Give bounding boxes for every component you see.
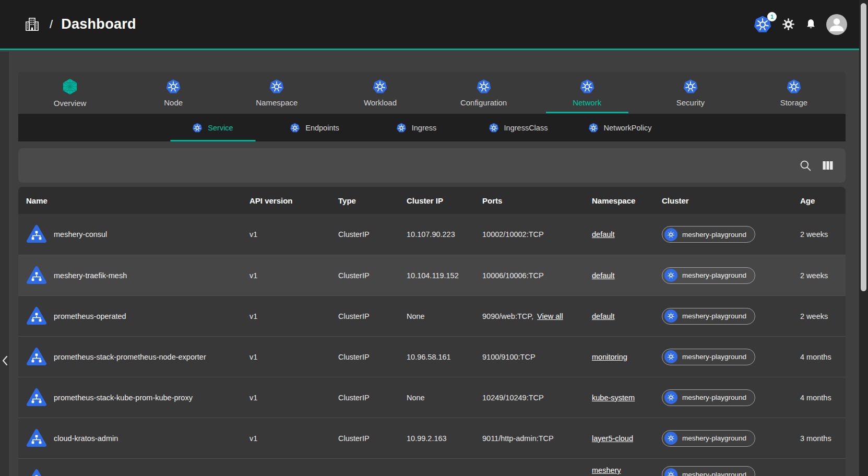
chevron-left-icon[interactable] bbox=[1, 353, 9, 368]
tab-node[interactable]: Node bbox=[122, 72, 225, 114]
cluster-cell: meshery-playground bbox=[662, 430, 800, 447]
age-cell bbox=[800, 459, 846, 466]
age-cell: 3 months bbox=[800, 434, 846, 443]
table-row[interactable]: meshery meshery-playground bbox=[18, 458, 846, 476]
table-row[interactable]: prometheus-stack-prometheus-node-exporte… bbox=[18, 336, 846, 377]
cluster-name: meshery-playground bbox=[682, 353, 746, 361]
page-title: Dashboard bbox=[61, 16, 136, 32]
namespace-link[interactable]: default bbox=[592, 312, 615, 320]
api-version-cell: v1 bbox=[249, 312, 338, 320]
column-header[interactable]: Namespace bbox=[592, 196, 662, 205]
kubernetes-icon bbox=[476, 79, 492, 94]
ports-value: 9011/http-admin:TCP bbox=[482, 434, 554, 443]
name-cell: prometheus-stack-prometheus-node-exporte… bbox=[26, 347, 249, 367]
view-all-link[interactable]: View all bbox=[537, 312, 563, 320]
service-icon bbox=[26, 224, 47, 245]
cluster-cell: meshery-playground bbox=[662, 308, 800, 325]
namespace-link[interactable]: default bbox=[592, 230, 615, 239]
ports-cell: 10006/10006:TCP bbox=[482, 271, 592, 280]
kubernetes-context-button[interactable]: 1 bbox=[753, 15, 772, 34]
table-header-row: NameAPI versionTypeCluster IPPortsNamesp… bbox=[18, 187, 846, 214]
column-header[interactable]: Cluster bbox=[662, 196, 800, 205]
tab-label: Network bbox=[573, 98, 601, 107]
ports-cell: 9011/http-admin:TCP bbox=[482, 434, 592, 443]
cluster-name: meshery-playground bbox=[682, 471, 746, 476]
user-avatar[interactable] bbox=[826, 14, 847, 35]
namespace-cell: kube-system bbox=[592, 394, 662, 402]
column-header[interactable]: Cluster IP bbox=[407, 196, 482, 205]
tab-security[interactable]: Security bbox=[639, 72, 742, 114]
cluster-chip[interactable]: meshery-playground bbox=[662, 349, 755, 365]
age-cell: 4 months bbox=[800, 353, 846, 361]
tab-label: Security bbox=[676, 98, 705, 107]
service-icon bbox=[26, 468, 47, 476]
view-columns-icon[interactable] bbox=[822, 159, 834, 172]
ports-value: 9090/web:TCP, bbox=[482, 312, 533, 320]
cluster-name: meshery-playground bbox=[682, 312, 746, 320]
kubernetes-icon bbox=[664, 432, 677, 445]
cluster-cell: meshery-playground bbox=[662, 389, 800, 406]
subtab-label: Service bbox=[208, 124, 233, 132]
column-header[interactable]: API version bbox=[249, 196, 338, 205]
tab-label: Configuration bbox=[460, 98, 507, 107]
cluster-chip[interactable]: meshery-playground bbox=[662, 466, 755, 476]
tab-network[interactable]: Network bbox=[536, 72, 639, 114]
namespace-link[interactable]: default bbox=[592, 271, 615, 280]
subtab-networkpolicy[interactable]: NetworkPolicy bbox=[569, 114, 671, 141]
table-row[interactable]: prometheus-stack-kube-prom-kube-proxy v1… bbox=[18, 377, 846, 418]
cluster-chip[interactable]: meshery-playground bbox=[662, 267, 755, 284]
cluster-ip-cell: 10.99.2.163 bbox=[407, 434, 482, 443]
kubernetes-icon bbox=[579, 79, 595, 94]
ports-value: 9100/9100:TCP bbox=[482, 353, 536, 361]
subtab-label: IngressClass bbox=[504, 124, 548, 132]
table-row[interactable]: prometheus-operated v1 ClusterIP None 90… bbox=[18, 295, 846, 336]
namespace-link[interactable]: monitoring bbox=[592, 353, 627, 361]
type-cell: ClusterIP bbox=[338, 434, 407, 443]
cluster-chip[interactable]: meshery-playground bbox=[662, 430, 755, 447]
column-header[interactable]: Age bbox=[800, 196, 846, 205]
settings-gear-icon[interactable] bbox=[781, 17, 795, 31]
context-count-badge: 1 bbox=[767, 12, 777, 21]
tab-label: Namespace bbox=[256, 98, 298, 107]
column-header[interactable]: Name bbox=[26, 196, 249, 205]
name-cell: meshery-consul bbox=[26, 224, 249, 245]
cluster-chip[interactable]: meshery-playground bbox=[662, 389, 755, 406]
page-scrollbar-thumb[interactable] bbox=[861, 3, 866, 291]
name-cell bbox=[26, 459, 249, 476]
namespace-link[interactable]: kube-system bbox=[592, 394, 635, 402]
tab-storage[interactable]: Storage bbox=[742, 72, 846, 114]
subtab-service[interactable]: Service bbox=[162, 114, 264, 141]
kubernetes-icon bbox=[165, 79, 181, 94]
column-header[interactable]: Type bbox=[338, 196, 407, 205]
services-table: NameAPI versionTypeCluster IPPortsNamesp… bbox=[18, 187, 846, 476]
column-header[interactable]: Ports bbox=[482, 196, 592, 205]
subtab-label: Endpoints bbox=[305, 124, 339, 132]
organization-building-icon[interactable] bbox=[24, 16, 40, 32]
kubernetes-icon bbox=[588, 123, 599, 133]
table-row[interactable]: meshery-consul v1 ClusterIP 10.107.90.22… bbox=[18, 214, 846, 255]
type-cell: ClusterIP bbox=[338, 271, 407, 280]
search-icon[interactable] bbox=[799, 159, 812, 172]
app-header: / Dashboard 1 bbox=[0, 0, 868, 50]
cluster-name: meshery-playground bbox=[682, 271, 746, 279]
subtab-ingressclass[interactable]: IngressClass bbox=[467, 114, 569, 141]
tab-workload[interactable]: Workload bbox=[328, 72, 432, 114]
cluster-cell: meshery-playground bbox=[662, 459, 800, 476]
cluster-cell: meshery-playground bbox=[662, 226, 800, 243]
subtab-endpoints[interactable]: Endpoints bbox=[264, 114, 365, 141]
namespace-link[interactable]: meshery bbox=[592, 466, 621, 474]
api-version-cell: v1 bbox=[249, 230, 338, 239]
notifications-bell-icon[interactable] bbox=[804, 18, 817, 31]
cluster-chip[interactable]: meshery-playground bbox=[662, 226, 755, 243]
api-version-cell: v1 bbox=[249, 434, 338, 443]
cluster-chip[interactable]: meshery-playground bbox=[662, 308, 755, 325]
tab-namespace[interactable]: Namespace bbox=[225, 72, 328, 114]
tab-configuration[interactable]: Configuration bbox=[432, 72, 536, 114]
kubernetes-icon bbox=[664, 269, 677, 282]
table-row[interactable]: meshery-traefik-mesh v1 ClusterIP 10.104… bbox=[18, 255, 846, 295]
table-row[interactable]: cloud-kratos-admin v1 ClusterIP 10.99.2.… bbox=[18, 418, 846, 458]
subtab-ingress[interactable]: Ingress bbox=[365, 114, 467, 141]
cluster-ip-cell: None bbox=[407, 312, 482, 320]
namespace-link[interactable]: layer5-cloud bbox=[592, 434, 633, 443]
tab-overview[interactable]: Overview bbox=[18, 72, 122, 114]
